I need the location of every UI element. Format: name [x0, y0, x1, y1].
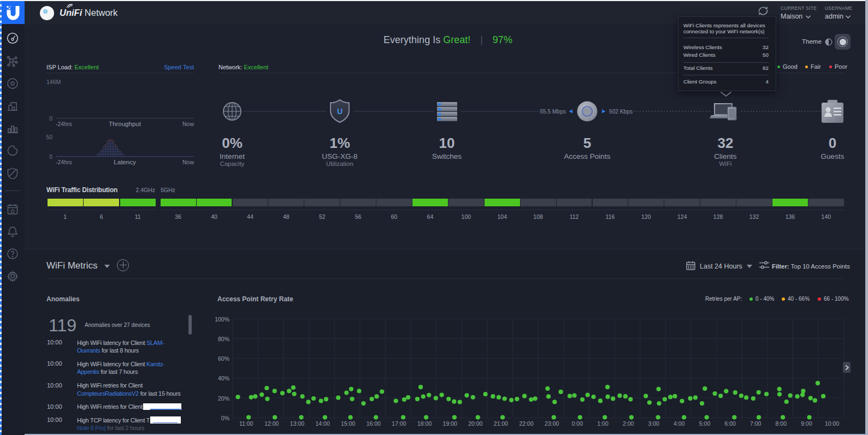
svg-text:U: U: [337, 107, 343, 116]
svg-text:55.5 Mbps: 55.5 Mbps: [540, 109, 566, 115]
svg-text:502 Kbps: 502 Kbps: [609, 109, 633, 115]
